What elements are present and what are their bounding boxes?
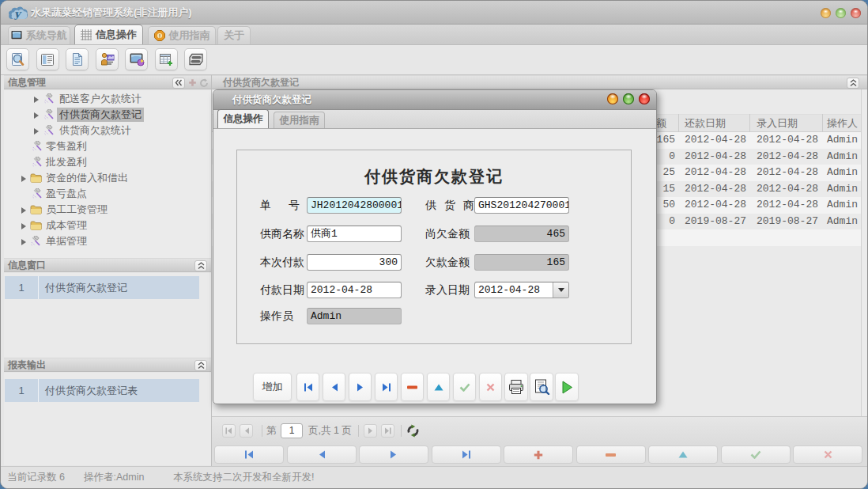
gsmingcheng-input[interactable]: 供商1 [307, 226, 402, 242]
dialog-tab-info-op[interactable]: 信息操作 [217, 109, 269, 128]
table-add-button[interactable] [155, 48, 178, 70]
collapse-up-button[interactable] [194, 360, 207, 371]
list-item[interactable]: 1付供货商欠款登记 [5, 276, 199, 299]
dialog-close-button[interactable] [639, 93, 650, 104]
dialog-maximize-button[interactable] [623, 93, 634, 104]
minus-orange-button[interactable] [576, 445, 646, 464]
column-header[interactable]: 录入日期 [757, 115, 798, 132]
list-item-label: 付供货商欠款登记 [45, 276, 127, 299]
check-green-button[interactable] [721, 445, 791, 464]
bottom-nav-toolbar [212, 444, 867, 466]
page-last-button[interactable] [381, 424, 394, 438]
column-header[interactable]: 额 [656, 115, 666, 132]
tab-system-nav[interactable]: 系统导航 [8, 26, 70, 44]
form-view-button[interactable] [36, 48, 59, 70]
collapse-up-button[interactable] [847, 78, 859, 89]
cross-pink-button[interactable] [793, 445, 862, 464]
tab-guide[interactable]: 使用指南 [148, 26, 216, 44]
expand-arrow-icon[interactable] [34, 97, 39, 103]
plus-red-button[interactable] [504, 445, 573, 464]
drawer-button[interactable] [184, 48, 207, 70]
nav-next-button[interactable] [359, 445, 428, 464]
tree-item[interactable]: 员工工资管理 [4, 202, 211, 218]
minus-red-button[interactable] [401, 373, 424, 401]
bencifukuan-input[interactable]: 300 [307, 254, 402, 271]
tree-item[interactable]: 零售盈利 [4, 138, 211, 154]
table-cell: 2012-04-28 [757, 181, 818, 198]
tab-about[interactable]: 关于 [217, 26, 251, 44]
tree-item[interactable]: 批发盈利 [4, 154, 211, 170]
dialog-form-panel: 付供货商欠款登记 单 号 JH2012042800001 供 货 商 GHS20… [236, 150, 632, 344]
nav-prev-button[interactable] [287, 445, 357, 464]
play-green-button[interactable] [555, 373, 579, 401]
tree-item[interactable]: 成本管理 [4, 218, 211, 233]
table-cell: 2012-04-28 [685, 165, 746, 181]
expand-arrow-icon[interactable] [21, 207, 26, 214]
search-doc-icon [10, 52, 25, 67]
nav-first-button[interactable] [296, 373, 319, 401]
collapse-up-button[interactable] [194, 260, 207, 271]
column-divider [678, 114, 679, 132]
nav-next-button[interactable] [349, 373, 372, 401]
tree-item[interactable]: 付供货商欠款登记 [4, 107, 211, 123]
tree-item-label: 配送客户欠款统计 [57, 92, 144, 106]
danhao-input[interactable]: JH2012042800001 [307, 197, 402, 214]
qiankuan-field: 165 [474, 254, 569, 271]
lururiqi-combobox[interactable]: 2012-04-28 [474, 282, 569, 298]
column-header[interactable]: 还款日期 [685, 115, 726, 132]
report-out-list: 1付供货商欠款登记表 [4, 373, 211, 465]
expand-arrow-icon[interactable] [34, 112, 39, 119]
print-preview-button[interactable] [530, 373, 553, 401]
close-button[interactable] [851, 8, 861, 18]
tree-item[interactable]: 配送客户欠款统计 [4, 91, 211, 107]
page-next-button[interactable] [364, 424, 377, 438]
add-icon[interactable] [187, 78, 198, 88]
expand-arrow-icon[interactable] [21, 239, 26, 245]
hammer-icon [43, 125, 55, 136]
page-first-button[interactable] [222, 424, 236, 438]
record-count-label: 当前记录数 6 [7, 467, 65, 488]
refresh-dim-icon[interactable] [198, 78, 209, 88]
minimize-button[interactable] [821, 8, 831, 18]
expand-arrow-icon[interactable] [34, 128, 39, 135]
search-doc-button[interactable] [6, 48, 29, 70]
add-button[interactable]: 增加 [253, 373, 292, 401]
info-mgmt-tree: 配送客户欠款统计付供货商欠款登记供货商欠款统计零售盈利批发盈利资金的借入和借出盈… [4, 90, 211, 258]
printer-icon [508, 379, 525, 395]
table-cell: Admin [827, 132, 858, 149]
tree-item[interactable]: 盈亏盘点 [4, 186, 211, 202]
column-header[interactable]: 操作人 [827, 115, 858, 132]
tree-item[interactable]: 供货商欠款统计 [4, 123, 211, 138]
expand-arrow-icon[interactable] [21, 176, 26, 182]
combo-dropdown-button[interactable] [553, 282, 568, 298]
dialog-titlebar[interactable]: 付供货商欠款登记 [213, 90, 656, 110]
cross-light-button[interactable] [479, 373, 502, 401]
nav-first-button[interactable] [214, 445, 284, 464]
page-prev-button[interactable] [240, 424, 253, 438]
dialog-tab-guide[interactable]: 使用指南 [274, 112, 325, 128]
nav-last-button[interactable] [375, 373, 398, 401]
nav-last-button[interactable] [432, 445, 501, 464]
printer-button[interactable] [504, 373, 528, 401]
list-item[interactable]: 1付供货商欠款登记表 [5, 379, 199, 402]
tree-item[interactable]: 资金的借入和借出 [4, 170, 211, 186]
maximize-button[interactable] [836, 8, 846, 18]
refresh-icon[interactable] [406, 424, 420, 438]
nav-prev-button[interactable] [323, 373, 345, 401]
page-number-input[interactable]: 1 [281, 423, 303, 438]
fukuanriqi-input[interactable]: 2012-04-28 [307, 282, 402, 298]
document-button[interactable] [66, 48, 89, 70]
up-teal-button[interactable] [648, 445, 718, 464]
gonghuoshang-input[interactable]: GHS201204270001 [474, 197, 569, 214]
dialog-minimize-button[interactable] [607, 93, 618, 104]
user-chart-button[interactable] [96, 48, 119, 70]
up-blue-button[interactable] [427, 373, 450, 401]
check-light-button[interactable] [453, 373, 476, 401]
tab-info-op[interactable]: 信息操作 [74, 25, 143, 44]
expand-arrow-icon[interactable] [21, 223, 26, 229]
tree-item[interactable]: 单据管理 [4, 233, 211, 249]
monitor-pie-button[interactable] [125, 48, 148, 70]
octagon-icon [154, 30, 165, 41]
collapse-left-button[interactable] [172, 78, 185, 89]
info-window-list: 1付供货商欠款登记 [4, 273, 211, 358]
